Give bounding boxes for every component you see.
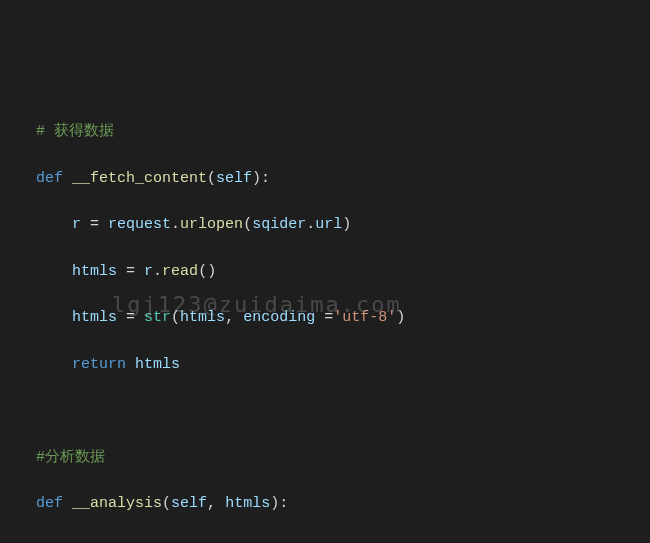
code-line: return htmls bbox=[0, 353, 650, 376]
code-line: htmls = str(htmls, encoding ='utf-8') bbox=[0, 306, 650, 329]
code-line: #分析数据 bbox=[0, 446, 650, 469]
blank-line bbox=[0, 399, 650, 422]
code-line: htmls = r.read() bbox=[0, 260, 650, 283]
code-line: def __fetch_content(self): bbox=[0, 167, 650, 190]
code-line: def __analysis(self, htmls): bbox=[0, 492, 650, 515]
comment: #分析数据 bbox=[36, 449, 105, 466]
code-editor[interactable]: # 获得数据 def __fetch_content(self): r = re… bbox=[0, 97, 650, 543]
code-line: root_htmls = re.findall(sqider.url_patte… bbox=[0, 539, 650, 543]
code-line: r = request.urlopen(sqider.url) bbox=[0, 213, 650, 236]
comment: # 获得数据 bbox=[36, 123, 114, 140]
code-line: # 获得数据 bbox=[0, 120, 650, 143]
